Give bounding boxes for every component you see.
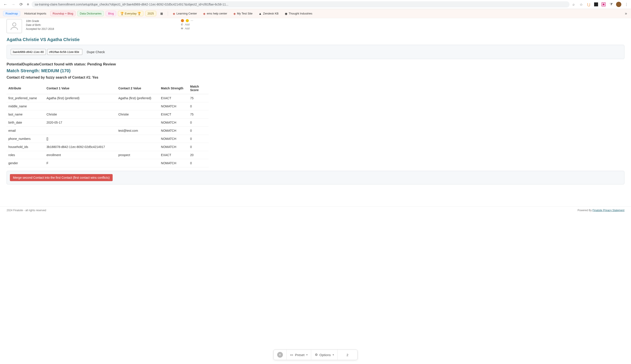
cell-sc: 75 [188,110,208,118]
extension-pink-icon[interactable] [601,2,606,7]
phone-icon: ✆ [181,23,183,26]
student-accepted: Accepted for 2017-2018 [26,27,54,31]
extension-hook-icon[interactable]: ⋃ [586,2,591,7]
comparison-table: Attribute Contact 1 Value Contact 2 Valu… [6,82,208,167]
extensions-puzzle-icon[interactable]: ⧩ [608,2,614,7]
globe-icon: ◉ [285,12,288,15]
bookmark-test-site[interactable]: ◈My Test Site [231,11,255,16]
cell-c2 [116,159,159,167]
person-icon [9,21,19,31]
table-row: phone_numbers[]NOMATCH0 [6,135,208,143]
bookmark-grid-icon[interactable]: ▦ [158,11,165,16]
add-phone-row[interactable]: ✆ Add [181,23,193,26]
bookmark-2025[interactable]: 2025 [145,11,156,16]
svg-point-0 [12,23,16,26]
cell-c1: F [45,159,116,167]
bookmark-learning-center[interactable]: ◈Learning Center [170,11,199,16]
profile-avatar[interactable] [616,2,621,7]
cell-c2: test@test.com [116,127,159,135]
extension-square-icon[interactable] [594,2,598,7]
cell-attr: gender [6,159,45,167]
address-bar[interactable]: sa-training-claire.fsenrollment.com/setu… [32,1,570,8]
cell-c1: [] [45,135,116,143]
cell-c1 [45,102,116,110]
kebab-menu-icon[interactable]: ⋮ [624,2,629,7]
cell-ms: NOMATCH [159,118,188,127]
cell-attr: phone_numbers [6,135,45,143]
merge-panel: Merge second Contact into the first Cont… [6,171,624,184]
bookmark-roundup-blog[interactable]: Roundup + Blog [50,11,76,16]
merge-button[interactable]: Merge second Contact into the first Cont… [10,174,113,181]
table-header-row: Attribute Contact 1 Value Contact 2 Valu… [6,82,208,94]
cell-c1: Christie [45,110,116,118]
cell-c1 [45,127,116,135]
cell-c2: Agatha (first) (preferred) [116,94,159,102]
triangle-icon: ▲ [259,12,262,15]
back-button[interactable]: ← [2,1,8,8]
table-row: last_nameChristieChristieEXACT75 [6,110,208,118]
cell-ms: EXACT [159,94,188,102]
more-dots-icon[interactable]: ⋯ [190,19,193,22]
add-email-row[interactable]: ✉ Add [181,27,193,30]
fuzzy-search-line: Contact #2 returned by fuzzy search of C… [6,76,624,80]
cell-c2 [116,118,159,127]
cell-attr: middle_name [6,102,45,110]
bookmark-roadmap[interactable]: Roadmap [3,11,20,16]
bookmark-data-dictionaries[interactable]: Data Dictionaries [77,11,104,16]
bookmark-blog[interactable]: Blog [106,11,116,16]
cell-sc: 0 [188,143,208,151]
diamond-icon: ◈ [173,12,175,15]
badge-orange-icon [181,19,184,22]
bookmark-ems-help[interactable]: ◈ems help center [201,11,230,16]
cell-ms: EXACT [159,151,188,159]
table-row: genderFNOMATCH0 [6,159,208,167]
cell-c1: 2020-05-17 [45,118,116,127]
zoom-icon[interactable]: ⌕ [571,2,576,7]
privacy-link[interactable]: Finalsite Privacy Statement [592,209,624,212]
th-match-strength: Match Strength [159,82,188,94]
cell-ms: EXACT [159,110,188,118]
bookmark-separator [168,12,168,16]
dupe-check-label[interactable]: Dupe Check [87,50,105,54]
cell-c2: Christie [116,110,159,118]
bookmark-historical-imports[interactable]: Historical Imports [22,11,48,16]
th-match-score: Match Score [188,82,208,94]
footer-copyright: 2024 Finalsite - all rights reserved [6,209,46,212]
match-strength-line: Match Strength: MEDIUM (170) [6,68,624,73]
bookmark-thought-industries[interactable]: ◉Thought Industries [282,11,314,16]
cell-c2: prospect [116,151,159,159]
browser-toolbar: ← → ⟳ ⚙ sa-training-claire.fsenrollment.… [0,0,631,9]
student-summary: 10th Grade Date of Birth: Accepted for 2… [6,18,624,33]
table-row: birth_date2020-05-17NOMATCH0 [6,118,208,127]
reload-button[interactable]: ⟳ [18,1,24,8]
diamond-icon: ◈ [234,12,236,15]
cell-sc: 20 [188,151,208,159]
forward-button[interactable]: → [10,1,16,8]
add-email-label: Add [185,27,190,30]
cell-sc: 0 [188,159,208,167]
cell-c1: enrollment [45,151,116,159]
th-attribute: Attribute [6,82,45,94]
cell-c2 [116,102,159,110]
bookmarks-overflow-icon[interactable]: » [624,11,628,16]
bookmark-everyday[interactable]: 🏆 Everyday 🏆 [118,11,143,16]
cell-attr: roles [6,151,45,159]
cell-attr: birth_date [6,118,45,127]
object2-id-input[interactable] [47,49,82,55]
bookmarks-bar: Roadmap Historical Imports Roundup + Blo… [0,9,631,18]
table-row: middle_nameNOMATCH0 [6,102,208,110]
cell-attr: last_name [6,110,45,118]
cell-ms: NOMATCH [159,102,188,110]
page-footer: 2024 Finalsite - all rights reserved Pow… [0,206,631,213]
cell-c1: 3b188078-d842-11ec-8092-02d5c4214917 [45,143,116,151]
site-info-icon[interactable]: ⚙ [26,2,30,6]
dupe-check-panel: Dupe Check [6,45,624,59]
student-grade: 10th Grade [26,19,54,23]
object1-id-input[interactable] [11,49,46,55]
bookmark-zendesk[interactable]: ▲Zendesk KB [256,11,281,16]
bookmark-star-icon[interactable]: ☆ [579,2,584,7]
cell-ms: NOMATCH [159,159,188,167]
cell-attr: first_preferred_name [6,94,45,102]
cell-attr: email [6,127,45,135]
cell-sc: 0 [188,102,208,110]
